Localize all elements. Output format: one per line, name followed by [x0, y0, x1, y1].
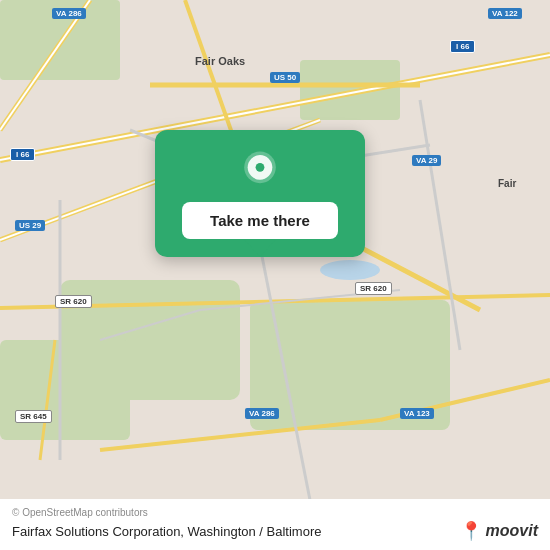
svg-line-1 [0, 0, 90, 130]
road-badge-va286-bot: VA 286 [245, 408, 279, 419]
map-container: Fair Oaks Fair VA 286 I 66 US 50 US 29 V… [0, 0, 550, 550]
map-attribution: © OpenStreetMap contributors [12, 507, 538, 518]
road-badge-us50: US 50 [270, 72, 300, 83]
road-badge-sr645: SR 645 [15, 410, 52, 423]
take-me-there-button[interactable]: Take me there [182, 202, 338, 239]
road-badge-us29: US 29 [15, 220, 45, 231]
bottom-content: Fairfax Solutions Corporation, Washingto… [12, 520, 538, 542]
location-pin-icon [238, 148, 282, 192]
fair-label: Fair [498, 178, 516, 189]
road-badge-va286-top: VA 286 [52, 8, 86, 19]
moovit-text: moovit [486, 522, 538, 540]
popup-card: Take me there [155, 130, 365, 257]
moovit-logo: 📍 moovit [460, 520, 538, 542]
place-name: Fairfax Solutions Corporation, Washingto… [12, 524, 322, 539]
bottom-bar: © OpenStreetMap contributors Fairfax Sol… [0, 499, 550, 550]
road-badge-sr620-left: SR 620 [55, 295, 92, 308]
road-badge-i66-right: I 66 [450, 40, 475, 53]
road-badge-i66-left: I 66 [10, 148, 35, 161]
road-badge-va29: VA 29 [412, 155, 441, 166]
svg-line-10 [40, 340, 55, 460]
road-badge-va122: VA 122 [488, 8, 522, 19]
popup-arrow [244, 239, 276, 257]
road-badge-va123: VA 123 [400, 408, 434, 419]
fair-oaks-label: Fair Oaks [195, 55, 245, 67]
road-badge-sr620-mid: SR 620 [355, 282, 392, 295]
svg-line-15 [420, 100, 460, 350]
svg-line-19 [100, 310, 200, 340]
svg-point-23 [256, 163, 265, 172]
svg-line-9 [100, 420, 380, 450]
moovit-pin-icon: 📍 [460, 520, 482, 542]
